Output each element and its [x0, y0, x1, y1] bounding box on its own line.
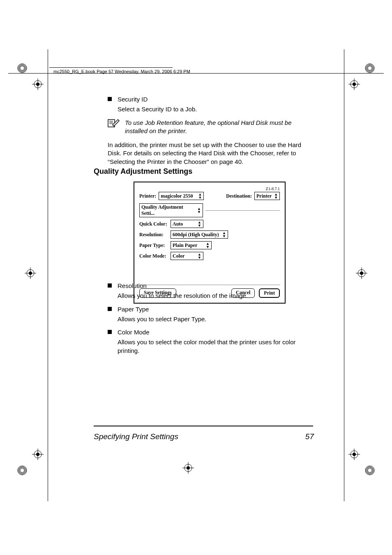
note-block: To use Job Retention feature, the option…	[108, 119, 313, 136]
registration-mark-icon	[364, 465, 376, 476]
field-value: Plain Paper	[173, 242, 197, 249]
section-heading: Quality Adjustment Settings	[94, 167, 316, 176]
bullet-title: Color Mode	[118, 328, 150, 336]
field-value: Auto	[173, 221, 183, 227]
crop-line	[344, 49, 344, 501]
footer-title: Specifying Print Settings	[94, 432, 178, 441]
dropdown-arrows-icon: ▲▼	[198, 221, 201, 227]
quick-color-select[interactable]: Auto ▲▼	[171, 220, 203, 228]
field-label: Quick Color:	[139, 221, 168, 227]
field-label: Paper Type:	[139, 242, 168, 249]
destination-label: Destination:	[226, 193, 252, 199]
registration-mark-icon	[16, 465, 28, 476]
header-meta-text: mc2550_RG_E.book Page 57 Wednesday, Marc…	[53, 69, 190, 74]
list-item: Paper Type	[108, 305, 317, 313]
bullet-square-icon	[108, 307, 112, 311]
registration-mark-icon	[348, 78, 360, 90]
printer-value: magicolor 2550	[161, 193, 193, 199]
content-column: Security ID Select a Security ID to a Jo…	[108, 95, 313, 173]
bullet-description: Allows you to select Paper Type.	[118, 315, 317, 323]
header-rule	[49, 67, 173, 68]
bullet-description: Allows you to select the resolution of t…	[118, 292, 317, 300]
resolution-select[interactable]: 600dpi (High Quality) ▲▼	[171, 230, 228, 239]
destination-select[interactable]: Printer ▲▼	[254, 192, 280, 200]
registration-mark-icon	[16, 62, 28, 74]
note-text: To use Job Retention feature, the option…	[125, 119, 313, 136]
dialog-version: Z1-8.7.1	[139, 187, 280, 191]
lower-list: Resolution Allows you to select the reso…	[108, 282, 317, 360]
field-value: Color	[173, 253, 184, 259]
registration-mark-icon	[25, 267, 36, 279]
dropdown-arrows-icon: ▲▼	[206, 242, 210, 249]
list-item: Color Mode	[108, 328, 317, 336]
field-label: Resolution:	[139, 232, 168, 238]
printer-label: Printer:	[139, 193, 156, 199]
dropdown-arrows-icon: ▲▼	[197, 207, 201, 214]
bullet-square-icon	[108, 330, 112, 334]
registration-mark-icon	[348, 449, 360, 460]
crop-line	[48, 49, 48, 501]
note-icon	[108, 119, 120, 129]
dropdown-arrows-icon: ▲▼	[222, 231, 226, 238]
printer-select[interactable]: magicolor 2550 ▲▼	[159, 192, 204, 200]
registration-mark-icon	[32, 449, 44, 460]
dropdown-arrows-icon: ▲▼	[198, 253, 201, 259]
bullet-square-icon	[108, 283, 112, 288]
bullet-square-icon	[108, 97, 112, 101]
paper-type-select[interactable]: Plain Paper ▲▼	[171, 241, 212, 249]
list-item: Security ID	[108, 95, 313, 104]
registration-mark-icon	[364, 62, 376, 74]
dropdown-arrows-icon: ▲▼	[198, 193, 202, 199]
bullet-title: Resolution	[118, 282, 147, 290]
tab-select[interactable]: Quality Adjustment Setti... ▲▼	[139, 203, 203, 217]
tab-value: Quality Adjustment Setti...	[141, 204, 195, 216]
bullet-description: Select a Security ID to a Job.	[118, 105, 313, 113]
bullet-title: Security ID	[118, 95, 148, 104]
footer-rule	[94, 426, 313, 426]
destination-value: Printer	[256, 193, 272, 199]
divider	[205, 210, 280, 211]
registration-mark-icon	[356, 267, 367, 279]
bullet-title: Paper Type	[118, 305, 149, 313]
page-number: 57	[305, 432, 314, 441]
bullet-description: Allows you to select the color model tha…	[118, 338, 317, 355]
color-mode-select[interactable]: Color ▲▼	[171, 252, 203, 260]
registration-mark-icon	[32, 78, 44, 90]
dropdown-arrows-icon: ▲▼	[274, 193, 278, 199]
list-item: Resolution	[108, 282, 317, 290]
field-label: Color Mode:	[139, 253, 168, 259]
section-heading-wrap: Quality Adjustment Settings	[94, 162, 316, 183]
field-value: 600dpi (High Quality)	[173, 232, 219, 238]
registration-mark-icon	[182, 462, 194, 474]
